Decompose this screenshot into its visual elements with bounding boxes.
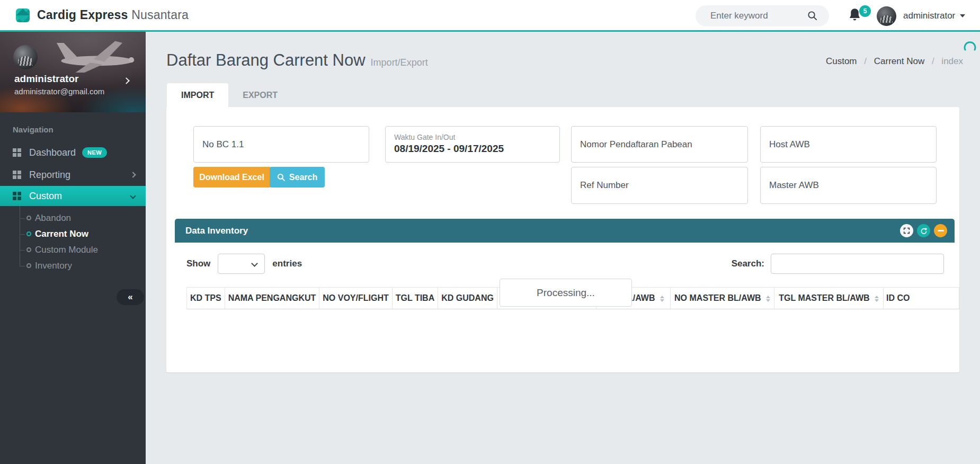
subitem-label: Carrent Now [35,229,88,239]
custom-submenu: Abandon Carrent Now Custom Module Invent… [0,206,146,276]
data-inventory-panel: Data Inventory [175,219,955,372]
column-header-label: ID CO [886,293,910,302]
bullet-icon [26,231,31,236]
notification-badge: 5 [859,5,871,17]
breadcrumb-item-carrent-now[interactable]: Carrent Now [874,56,924,66]
column-header: NAMA PENGANGKUT [225,288,319,309]
sidebar-item-custom[interactable]: Custom [0,186,146,206]
search-icon[interactable] [807,11,817,23]
profile-email: administrator@gmail.com [14,87,104,96]
column-header: TGL TIBA [392,288,438,309]
column-header-label: NO MASTER BL/AWB [674,293,761,302]
table-search-label: Search: [732,258,764,269]
loading-spinner-icon [963,40,977,56]
search-button-label: Search [289,173,317,182]
column-header-label: NAMA PENGANGKUT [228,293,316,302]
nav-section-label: Navigation [13,125,146,134]
global-search-input[interactable] [710,11,800,21]
caret-down-icon [960,14,965,17]
column-header-label: KD GUDANG [441,293,494,302]
search-button[interactable]: Search [270,167,325,188]
column-header: NO VOY/FLIGHT [319,288,392,309]
bullet-icon [26,247,31,252]
airplane-image [50,36,140,73]
tab-bar: IMPORT EXPORT [167,83,980,107]
notifications-button[interactable]: 5 [848,7,872,28]
sidebar-subitem-inventory[interactable]: Inventory [0,258,146,274]
expand-button[interactable] [900,224,913,237]
sidebar-item-label: Dashboard [29,147,76,158]
column-header[interactable]: NO MASTER BL/AWB [670,288,774,309]
download-excel-label: Download Excel [199,173,264,182]
global-search [696,5,829,26]
collapse-panel-button[interactable] [934,224,947,237]
sort-icon [766,296,770,302]
sort-icon [875,296,879,302]
new-badge: NEW [82,147,107,158]
brand-bold: Cardig Express [37,8,128,22]
host-awb-input[interactable] [760,126,937,163]
grid-icon [13,192,21,200]
column-header: KD TPS [187,288,225,309]
user-avatar[interactable] [877,6,896,26]
tab-export[interactable]: EXPORT [228,83,292,107]
page-title: Daftar Barang Carrent Now [166,51,366,70]
grid-icon [13,171,21,179]
brand[interactable]: Cardig Express Nusantara [16,8,189,22]
subitem-label: Abandon [35,213,71,224]
sidebar-item-dashboard[interactable]: Dashboard NEW [0,141,146,164]
table-search-input[interactable] [771,254,944,274]
sidebar-collapse-button[interactable]: « [117,289,144,305]
panel-body: Show entries Search: KD TPSNAMA PENGANGK… [175,243,955,372]
gate-daterange-label: Waktu Gate In/Out [394,133,551,141]
profile-avatar[interactable] [13,45,38,69]
show-label: Show [186,258,210,269]
sidebar-subitem-carrent-now[interactable]: Carrent Now [0,226,146,242]
breadcrumb-separator: / [864,56,867,66]
sidebar-item-label: Custom [29,191,62,202]
sidebar-profile: administrator administrator@gmail.com [0,32,146,112]
column-header: ID CO [884,288,959,309]
breadcrumb-separator: / [932,56,934,66]
user-menu-label: administrator [903,11,955,21]
sidebar: administrator administrator@gmail.com Na… [0,32,146,464]
brand-logo-icon [16,8,30,22]
sidebar-subitem-custom-module[interactable]: Custom Module [0,242,146,258]
column-header-label: TGL MASTER BL/AWB [779,293,869,302]
expand-icon [903,227,910,234]
download-excel-button[interactable]: Download Excel [193,167,270,188]
column-header: KD GUDANG [438,288,497,309]
sidebar-subitem-abandon[interactable]: Abandon [0,210,146,226]
minus-icon [938,230,944,231]
nomor-pendaftaran-input[interactable] [571,126,748,163]
gate-daterange-picker[interactable]: Waktu Gate In/Out 08/19/2025 - 09/17/202… [385,126,560,163]
filter-area: Download Excel Search Waktu Gate In/Out … [166,107,959,204]
bullet-icon [26,216,31,220]
grid-icon [13,148,21,157]
breadcrumb-current: index [941,56,963,66]
ref-number-input[interactable] [571,167,748,204]
no-bc-input[interactable] [193,126,369,163]
main-content: Daftar Barang Carrent Now Import/Export … [146,32,980,464]
bullet-icon [26,263,31,268]
refresh-button[interactable] [917,224,930,237]
column-header-label: NO VOY/FLIGHT [323,293,388,302]
panel-title: Data Inventory [185,226,248,236]
chevron-right-icon [130,172,136,177]
column-header[interactable]: TGL MASTER BL/AWB [774,288,883,309]
chevron-right-icon[interactable] [123,77,130,84]
sidebar-item-reporting[interactable]: Reporting [0,164,146,186]
refresh-icon [920,227,928,235]
search-icon [277,173,285,181]
user-menu[interactable]: administrator [903,0,965,32]
tab-import[interactable]: IMPORT [167,83,228,107]
column-header-label: TGL TIBA [396,293,434,302]
chevron-down-icon [130,193,136,199]
import-tab-panel: Download Excel Search Waktu Gate In/Out … [166,107,959,372]
gate-daterange-value: 08/19/2025 - 09/17/2025 [394,143,551,155]
breadcrumb-item-custom[interactable]: Custom [826,56,857,66]
profile-name: administrator [14,73,78,85]
entries-select[interactable] [218,254,265,274]
page-subtitle: Import/Export [371,57,428,70]
master-awb-input[interactable] [760,167,937,204]
